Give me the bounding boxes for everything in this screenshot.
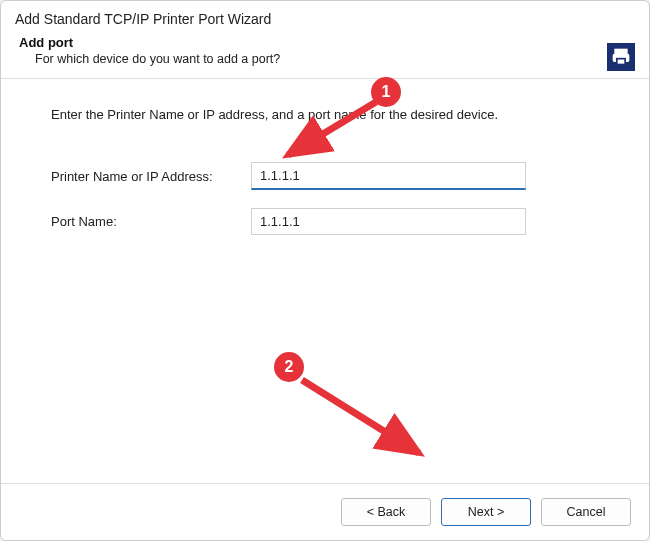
wizard-dialog: Add Standard TCP/IP Printer Port Wizard … bbox=[0, 0, 650, 541]
annotation-callout-2: 2 bbox=[274, 352, 304, 382]
port-name-row: Port Name: bbox=[51, 208, 599, 235]
annotation-callout-1: 1 bbox=[371, 77, 401, 107]
intro-text: Enter the Printer Name or IP address, an… bbox=[51, 107, 599, 122]
printer-address-row: Printer Name or IP Address: bbox=[51, 162, 599, 190]
printer-address-label: Printer Name or IP Address: bbox=[51, 169, 251, 184]
cancel-button[interactable]: Cancel bbox=[541, 498, 631, 526]
printer-address-input[interactable] bbox=[251, 162, 526, 190]
page-subtitle: For which device do you want to add a po… bbox=[35, 52, 631, 66]
page-title: Add port bbox=[19, 35, 631, 50]
wizard-header: Add Standard TCP/IP Printer Port Wizard … bbox=[1, 1, 649, 79]
next-button[interactable]: Next > bbox=[441, 498, 531, 526]
printer-icon bbox=[607, 43, 635, 71]
wizard-footer: < Back Next > Cancel bbox=[1, 483, 649, 540]
annotation-arrow-2 bbox=[297, 375, 437, 465]
back-button[interactable]: < Back bbox=[341, 498, 431, 526]
port-name-label: Port Name: bbox=[51, 214, 251, 229]
wizard-title: Add Standard TCP/IP Printer Port Wizard bbox=[15, 11, 631, 27]
wizard-content: Enter the Printer Name or IP address, an… bbox=[1, 79, 649, 483]
svg-rect-2 bbox=[617, 59, 625, 65]
port-name-input[interactable] bbox=[251, 208, 526, 235]
svg-line-6 bbox=[302, 380, 419, 453]
